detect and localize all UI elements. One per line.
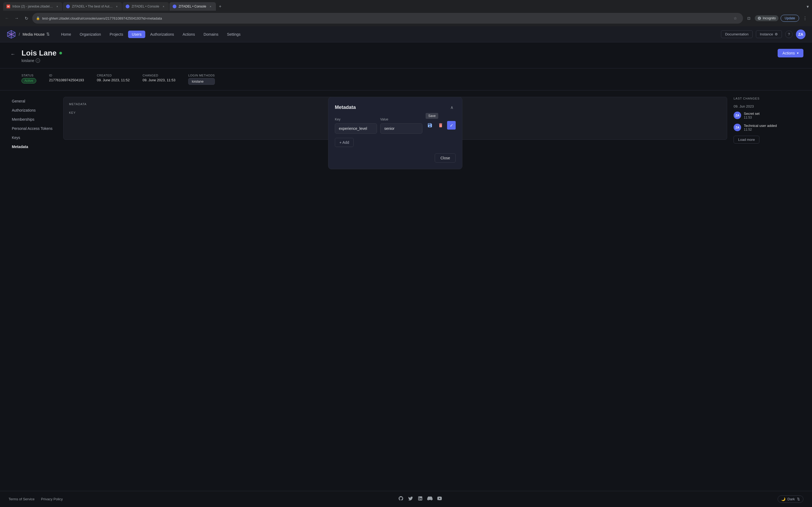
modal-collapse-button[interactable]: ∧ xyxy=(448,104,456,111)
theme-label: Dark xyxy=(788,497,795,501)
top-nav: / Media House ⇅ Home Organization Projec… xyxy=(0,26,812,42)
nav-authorizations[interactable]: Authorizations xyxy=(146,31,178,38)
nav-actions[interactable]: Actions xyxy=(179,31,199,38)
zitadel-logo xyxy=(6,30,16,39)
discord-icon[interactable] xyxy=(427,496,433,502)
online-status-dot xyxy=(59,52,62,54)
github-icon[interactable] xyxy=(398,496,404,502)
tab-gmail[interactable]: M Inbox (2) - janedoe.zitadel@gm... × xyxy=(3,2,62,11)
tab-zitadel1-close[interactable]: × xyxy=(115,4,119,9)
sidebar-item-authorizations[interactable]: Authorizations xyxy=(9,106,57,115)
tab-gmail-title: Inbox (2) - janedoe.zitadel@gm... xyxy=(12,5,53,8)
help-button[interactable]: ? xyxy=(785,31,793,38)
user-info: Lois Lane loislane i xyxy=(21,49,803,63)
address-bar[interactable]: 🔒 test-ghlwrr.zitadel.cloud/ui/console/u… xyxy=(32,13,743,23)
tab-zitadel2-close[interactable]: × xyxy=(161,4,166,9)
chrome-menu-button[interactable]: ⋮ xyxy=(801,14,809,22)
forward-nav-button[interactable]: → xyxy=(13,14,20,22)
tab-zitadel3-close[interactable]: × xyxy=(208,4,213,9)
documentation-button[interactable]: Documentation xyxy=(721,30,752,38)
back-nav-button[interactable]: ← xyxy=(3,14,11,22)
changed-value: 09. June 2023, 11:53 xyxy=(143,78,175,82)
change-info-0: Secret set 11:53 xyxy=(744,112,803,119)
footer-social xyxy=(398,496,442,502)
status-label: Status xyxy=(21,74,36,77)
zitadel2-favicon xyxy=(126,5,130,8)
sidebar-item-personal-access-tokens[interactable]: Personal Access Tokens xyxy=(9,124,57,133)
theme-toggle[interactable]: 🌙 Dark ⇅ xyxy=(778,496,803,503)
nav-settings[interactable]: Settings xyxy=(223,31,244,38)
created-value: 09. June 2023, 11:52 xyxy=(97,78,130,82)
instance-button[interactable]: Instance ⚙ xyxy=(756,30,782,38)
nav-links: Home Organization Projects Users Authori… xyxy=(57,31,716,38)
breadcrumb-separator: / xyxy=(19,32,20,37)
sidebar-item-keys[interactable]: Keys xyxy=(9,133,57,142)
twitter-icon[interactable] xyxy=(408,496,413,502)
key-input[interactable] xyxy=(335,123,377,133)
meta-login-methods: Login methods loislane xyxy=(188,74,215,85)
instance-label: Instance xyxy=(760,32,773,36)
new-tab-button[interactable]: + xyxy=(216,3,224,10)
kv-save-button[interactable] xyxy=(425,121,434,129)
privacy-policy-link[interactable]: Privacy Policy xyxy=(41,497,63,501)
nav-projects[interactable]: Projects xyxy=(106,31,127,38)
lock-icon: 🔒 xyxy=(36,16,40,20)
change-action-1: Technical user added xyxy=(744,124,803,128)
tab-zitadel1-title: ZITADEL • The best of Auth0 a... xyxy=(72,5,113,8)
id-label: ID xyxy=(49,74,84,77)
nav-users[interactable]: Users xyxy=(128,31,146,38)
reload-nav-button[interactable]: ↻ xyxy=(22,14,30,22)
sidebar-item-memberships[interactable]: Memberships xyxy=(9,115,57,124)
page-footer: Terms of Service Privacy Policy 🌙 Dark ⇅ xyxy=(0,491,812,507)
change-date: 09. Jun 2023 xyxy=(733,104,803,108)
metadata-modal-overlay: Metadata ∧ Key Value xyxy=(61,94,730,194)
split-view-icon[interactable]: ⊡ xyxy=(745,14,753,22)
tab-zitadel2[interactable]: ZITADEL • Console × xyxy=(122,2,169,11)
meta-changed: Changed 09. June 2023, 11:53 xyxy=(143,74,175,85)
linkedin-icon[interactable] xyxy=(417,496,423,502)
meta-created: Created 09. June 2023, 11:52 xyxy=(97,74,130,85)
tab-expand-button[interactable]: ▾ xyxy=(807,4,809,9)
sidebar-item-general[interactable]: General xyxy=(9,97,57,105)
add-metadata-button[interactable]: + Add xyxy=(335,138,354,147)
bookmark-icon[interactable]: ☆ xyxy=(732,14,739,22)
modal-footer: Close xyxy=(335,154,456,163)
actions-chevron-icon: ▾ xyxy=(797,51,799,55)
kv-delete-button[interactable] xyxy=(436,121,445,129)
nav-organization[interactable]: Organization xyxy=(76,31,105,38)
help-symbol: ? xyxy=(788,32,790,36)
change-action-0: Secret set xyxy=(744,112,803,116)
tab-zitadel1[interactable]: ZITADEL • The best of Auth0 a... × xyxy=(63,2,122,11)
youtube-icon[interactable] xyxy=(437,496,442,502)
theme-icon: 🌙 xyxy=(781,497,785,501)
tab-zitadel3[interactable]: ZITADEL • Console × xyxy=(169,2,216,11)
save-btn-wrapper: Save xyxy=(425,121,434,129)
sidebar: General Authorizations Memberships Perso… xyxy=(9,97,57,191)
theme-chevron-icon: ⇅ xyxy=(797,497,800,501)
nav-domains[interactable]: Domains xyxy=(200,31,222,38)
user-avatar-button[interactable]: ZA xyxy=(796,30,806,39)
tab-zitadel2-title: ZITADEL • Console xyxy=(132,5,159,8)
username-info-icon[interactable]: i xyxy=(36,58,40,63)
update-button[interactable]: Update xyxy=(780,15,799,22)
actions-button[interactable]: Actions ▾ xyxy=(778,49,803,57)
metadata-modal: Metadata ∧ Key Value xyxy=(328,97,462,169)
change-time-0: 11:53 xyxy=(744,116,803,119)
back-button[interactable]: ← xyxy=(9,50,17,58)
kv-blue-action-button[interactable]: ✓ xyxy=(447,121,456,129)
tab-gmail-close[interactable]: × xyxy=(55,4,59,9)
tab-zitadel3-title: ZITADEL • Console xyxy=(179,5,206,8)
org-selector[interactable]: Media House ⇅ xyxy=(22,32,50,37)
user-name: Lois Lane xyxy=(21,49,57,57)
terms-of-service-link[interactable]: Terms of Service xyxy=(9,497,35,501)
delete-icon xyxy=(438,123,443,128)
sidebar-item-metadata[interactable]: Metadata xyxy=(9,143,57,151)
load-more-button[interactable]: Load more xyxy=(733,136,759,144)
org-name: Media House xyxy=(22,32,45,37)
incognito-icon xyxy=(758,16,761,20)
close-modal-button[interactable]: Close xyxy=(435,154,456,163)
value-input[interactable] xyxy=(380,123,422,133)
page-content: ← Lois Lane loislane i Actions ▾ Status xyxy=(0,42,812,491)
nav-home[interactable]: Home xyxy=(57,31,74,38)
change-item-1: ZA Technical user added 11:52 xyxy=(733,124,803,131)
